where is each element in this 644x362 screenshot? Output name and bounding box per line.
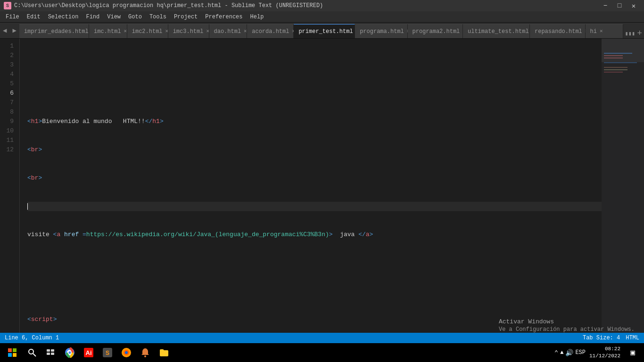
line-num-5: 5 [0, 79, 14, 89]
tab-imc2[interactable]: imc2.html ✕ [127, 24, 168, 38]
notifications-button[interactable]: ▣ [624, 344, 641, 361]
adobe-taskbar-icon[interactable]: Ai [80, 344, 97, 361]
svg-rect-8 [602, 39, 644, 62]
line-num-3: 3 [0, 60, 14, 70]
taskbar: Ai S [0, 343, 644, 362]
adobe-icon: Ai [83, 347, 94, 358]
start-button[interactable] [3, 343, 22, 362]
tab-dao[interactable]: dao.html ✕ [209, 24, 248, 38]
svg-rect-5 [604, 67, 627, 68]
line-num-9: 9 [0, 117, 14, 126]
menu-selection[interactable]: Selection [44, 11, 83, 22]
tab-close-icon[interactable]: ✕ [600, 29, 603, 34]
svg-rect-11 [8, 353, 12, 357]
line-num-1: 1 [0, 41, 14, 51]
network-icon: ⌃ [554, 349, 558, 357]
tab-repasando[interactable]: repasando.html ✕ [530, 24, 586, 38]
svg-line-14 [33, 354, 36, 356]
language-indicator[interactable]: ESP [575, 349, 586, 356]
minimize-button[interactable]: − [599, 1, 612, 10]
taskbar-clock[interactable]: 08:22 11/12/2022 [589, 346, 620, 360]
tabsbar: ◀ ▶ imprimr_edades.html ✕ imc.html ✕ imc… [0, 23, 644, 39]
svg-point-31 [144, 355, 146, 357]
tab-programa[interactable]: programa.html ✕ [355, 24, 407, 38]
line-num-4: 4 [0, 70, 14, 79]
line-num-11: 11 [0, 136, 14, 145]
tab-imc[interactable]: imc.html ✕ [89, 24, 127, 38]
taskbar-tray: ⌃ ▲ 🔊 ESP [554, 349, 586, 357]
clock-date: 11/12/2022 [589, 353, 620, 360]
tab-overflow-icon[interactable]: ▮▮▮ [625, 30, 636, 37]
svg-text:S: S [106, 350, 109, 356]
folder-icon [159, 347, 169, 358]
app-icon: S [4, 2, 11, 9]
menu-view[interactable]: View [103, 11, 124, 22]
minimap [602, 39, 644, 333]
code-line-3: <h1>Bienvenido al mundo HTML!!</h1> [27, 117, 602, 126]
menu-edit[interactable]: Edit [23, 11, 44, 22]
files-taskbar-icon[interactable] [156, 344, 173, 361]
code-line-7: visite <a href =https://es.wikipedia.org… [27, 230, 602, 239]
taskbar-search-button[interactable] [24, 344, 41, 361]
tab-label: dao.html [214, 28, 241, 35]
volume-icon[interactable]: 🔊 [565, 349, 573, 357]
maximize-button[interactable]: □ [613, 1, 626, 10]
svg-rect-15 [47, 349, 50, 352]
taskview-button[interactable] [42, 344, 59, 361]
windows-icon [8, 348, 17, 357]
status-tab-size: Tab Size: 4 [583, 335, 620, 341]
line-num-6: 6 [0, 89, 14, 98]
svg-rect-12 [13, 353, 17, 357]
svg-rect-16 [51, 349, 54, 352]
tab-ultimate-test[interactable]: ultimate_test.html ✕ [463, 24, 530, 38]
tray-arrow-icon[interactable]: ▲ [560, 349, 563, 356]
sublime-taskbar-icon[interactable]: S [99, 344, 116, 361]
tab-primer-test[interactable]: primer_test.html ✕ [294, 24, 355, 38]
code-line-6 [27, 202, 602, 211]
notification-taskbar-icon[interactable] [137, 344, 154, 361]
tab-next-button[interactable]: ▶ [9, 23, 19, 38]
close-button[interactable]: ✕ [627, 1, 640, 10]
menu-goto[interactable]: Goto [124, 11, 146, 22]
editor-area: 1 2 3 4 5 6 7 8 9 10 11 12 <h1>Bienvenid… [0, 39, 644, 333]
titlebar: S C:\Users\user\Desktop\logica programac… [0, 0, 644, 11]
firefox-taskbar-icon[interactable] [118, 344, 135, 361]
tab-close-icon[interactable]: ✕ [244, 29, 247, 34]
code-editor[interactable]: <h1>Bienvenido al mundo HTML!!</h1> <br>… [20, 39, 602, 333]
firefox-icon [121, 347, 132, 358]
svg-text:Ai: Ai [86, 349, 92, 356]
menubar: File Edit Selection Find View Goto Tools… [0, 11, 644, 23]
tab-label: imc.html [94, 28, 121, 35]
line-num-8: 8 [0, 107, 14, 117]
tab-label: imc3.html [173, 28, 204, 35]
menu-help[interactable]: Help [247, 11, 268, 22]
tab-imc3[interactable]: imc3.html ✕ [168, 24, 209, 38]
status-line-col: Line 6, Column 1 [5, 335, 59, 341]
svg-point-30 [125, 351, 128, 354]
tab-programa2[interactable]: programa2.html ✕ [408, 24, 463, 38]
tab-label: programa2.html [413, 28, 460, 35]
new-tab-button[interactable]: + [637, 29, 642, 38]
tab-imprimr-edades[interactable]: imprimr_edades.html ✕ [19, 24, 89, 38]
menu-find[interactable]: Find [82, 11, 103, 22]
menu-file[interactable]: File [2, 11, 23, 22]
tab-acorda[interactable]: acorda.html ✕ [247, 24, 294, 38]
chrome-taskbar-icon[interactable] [61, 344, 78, 361]
svg-rect-6 [604, 69, 627, 70]
search-icon [28, 348, 36, 357]
chrome-icon [65, 347, 75, 358]
svg-rect-17 [47, 353, 50, 355]
status-language: HTML [626, 335, 639, 341]
menu-preferences[interactable]: Preferences [201, 11, 246, 22]
line-num-10: 10 [0, 126, 14, 136]
line-num-7: 7 [0, 98, 14, 107]
tab-label: acorda.html [252, 28, 289, 35]
svg-rect-10 [13, 348, 17, 352]
tab-close-icon[interactable]: ✕ [124, 29, 127, 34]
tab-prev-button[interactable]: ◀ [0, 23, 9, 38]
menu-tools[interactable]: Tools [146, 11, 170, 22]
tab-label: hi [590, 28, 597, 35]
menu-project[interactable]: Project [170, 11, 201, 22]
tab-hi[interactable]: hi ✕ [586, 24, 623, 38]
line-num-2: 2 [0, 51, 14, 60]
